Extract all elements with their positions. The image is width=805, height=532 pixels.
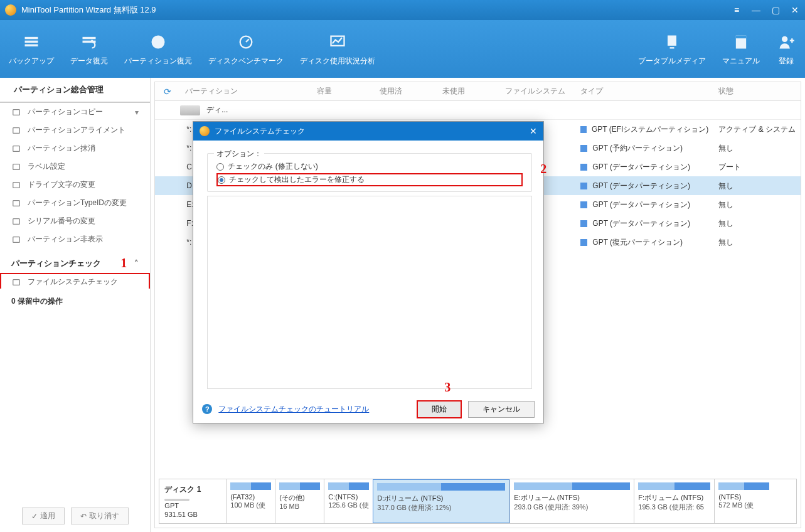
item-label: パーティションコピー [28,107,103,117]
toolbar-bench[interactable]: ディスクベンチマーク [206,28,286,70]
item-label: パーティションTypeIDの変更 [28,198,127,208]
toolbar-recovery[interactable]: データ復元 [68,28,110,70]
menu-icon[interactable]: ≡ [732,5,742,15]
cell-type: GPT (データパーティション) [575,162,713,173]
apply-button[interactable]: ✓適用 [22,508,65,524]
sidebar-item[interactable]: パーティション抹消 [0,139,150,157]
sidebar-item[interactable]: パーティションコピー▾ [0,103,150,121]
usage-icon [328,32,348,52]
svg-rect-14 [13,127,20,133]
titlebar: MiniTool Partition Wizard 無料版 12.9 ≡ — ▢… [0,0,805,20]
backup-icon [21,32,41,52]
item-icon [11,198,21,208]
item-icon [11,235,21,245]
cell-status: 無し [713,143,801,154]
option-group: オプション： チェックのみ (修正しない) チェックして検出したエラーを修正する… [207,153,532,192]
diskmap-partition[interactable]: F:ボリューム (NTFS)195.3 GB (使用済: 65 [634,479,714,523]
dialog-close-icon[interactable]: ✕ [530,126,537,136]
item-icon [11,216,21,226]
dm-size: 16 MB [279,503,320,510]
color-swatch-icon [580,183,587,189]
dm-size: 293.0 GB (使用済: 39%) [514,503,630,512]
usage-bar [279,482,320,490]
toolbar-prec[interactable]: パーティション復元 [122,28,195,70]
color-swatch-icon [580,126,587,133]
start-button[interactable]: 開始 [417,400,462,418]
usage-bar [514,482,630,490]
svg-rect-17 [13,182,20,188]
chevron-up-icon: ˄ [134,258,139,268]
filesystem-check-dialog: ファイルシステムチェック ✕ オプション： チェックのみ (修正しない) チェッ… [193,121,544,423]
svg-point-5 [152,35,165,48]
cancel-button[interactable]: キャンセル [468,401,535,418]
diskmap-partition[interactable]: (NTFS)572 MB (使 [714,479,773,523]
dm-label: D:ボリューム (NTFS) [377,494,505,503]
radio-check-and-fix[interactable]: チェックして検出したエラーを修正する 2 [216,173,523,186]
th-capacity[interactable]: 容量 [312,86,375,97]
sidebar-section-check[interactable]: パーティションチェック1˄ [0,248,150,273]
th-fs[interactable]: ファイルシステム [500,86,575,97]
color-swatch-icon [580,239,587,246]
recovery-icon [79,32,99,52]
minimize-icon[interactable]: — [751,5,761,15]
disk-row[interactable]: ディ... [155,101,801,120]
toolbar-boot[interactable]: ブータブルメディア [636,28,708,70]
th-type[interactable]: タイプ [575,86,713,97]
toolbar-manual[interactable]: マニュアル [720,28,762,70]
svg-rect-19 [13,218,20,224]
svg-rect-8 [668,35,676,45]
th-status[interactable]: 状態 [713,86,801,97]
diskmap-partition[interactable]: (その他)16 MB [275,479,324,523]
color-swatch-icon [580,145,587,152]
cell-status: 無し [713,218,801,229]
undo-button[interactable]: ↶取り消す [71,508,129,524]
dm-label: F:ボリューム (NTFS) [638,493,710,503]
sidebar-item[interactable]: パーティションアライメント [0,121,150,139]
prec-icon [148,32,168,52]
diskmap-partition[interactable]: (FAT32)100 MB (使 [226,479,275,523]
diskmap-partition[interactable]: D:ボリューム (NTFS)317.0 GB (使用済: 12%) [373,479,509,523]
disk-map-head[interactable]: ディスク 1 GPT 931.51 GB [159,479,226,523]
item-label: ファイルシステムチェック [28,277,118,287]
usage-bar [718,482,769,490]
diskmap-partition[interactable]: C:(NTFS)125.6 GB (使 [324,479,373,523]
item-icon [11,180,21,190]
th-unused[interactable]: 未使用 [437,86,500,97]
usage-bar [328,482,369,490]
tutorial-link[interactable]: ファイルシステムチェックのチュートリアル [218,404,369,415]
radio-check-only[interactable]: チェックのみ (修正しない) [216,160,523,173]
close-icon[interactable]: ✕ [790,5,800,15]
cell-type: GPT (データパーティション) [575,200,713,210]
sidebar-item-fscheck[interactable]: ファイルシステムチェック [0,273,150,289]
sidebar-item[interactable]: シリアル番号の変更 [0,212,150,230]
dm-label: (FAT32) [230,493,271,501]
dm-size: 931.51 GB [164,511,221,518]
toolbar-backup[interactable]: バックアップ [6,28,56,70]
dm-size: 125.6 GB (使 [328,501,369,510]
toolbar-register[interactable]: 登録 [774,28,799,70]
dialog-titlebar[interactable]: ファイルシステムチェック ✕ [193,122,543,141]
sidebar-item[interactable]: パーティション非表示 [0,230,150,248]
help-icon[interactable]: ? [202,404,212,414]
maximize-icon[interactable]: ▢ [770,5,781,15]
toolbar-usage[interactable]: ディスク使用状況分析 [297,28,378,70]
toolbar-label: 登録 [779,56,794,66]
usage-bar [230,482,271,490]
disk-map: ディスク 1 GPT 931.51 GB (FAT32)100 MB (使(その… [159,479,797,524]
dm-label: E:ボリューム (NTFS) [514,493,630,503]
toolbar-label: バックアップ [9,56,54,66]
sidebar-item[interactable]: パーティションTypeIDの変更 [0,194,150,212]
dialog-title: ファイルシステムチェック [215,126,305,137]
sidebar-item[interactable]: ラベル設定 [0,157,150,176]
cell-type: GPT (復元パーティション) [575,237,713,248]
bench-icon [236,32,256,52]
th-partition[interactable]: パーティション [180,86,312,97]
th-used[interactable]: 使用済 [375,86,437,97]
sidebar-item[interactable]: ドライブ文字の変更 [0,176,150,194]
diskmap-partition[interactable]: E:ボリューム (NTFS)293.0 GB (使用済: 39%) [509,479,634,523]
refresh-icon[interactable]: ⟳ [155,87,180,97]
sidebar-tab[interactable]: パーティション総合管理 [0,78,150,103]
cell-status: 無し [713,181,801,191]
svg-rect-18 [13,200,20,206]
item-icon [11,277,21,287]
